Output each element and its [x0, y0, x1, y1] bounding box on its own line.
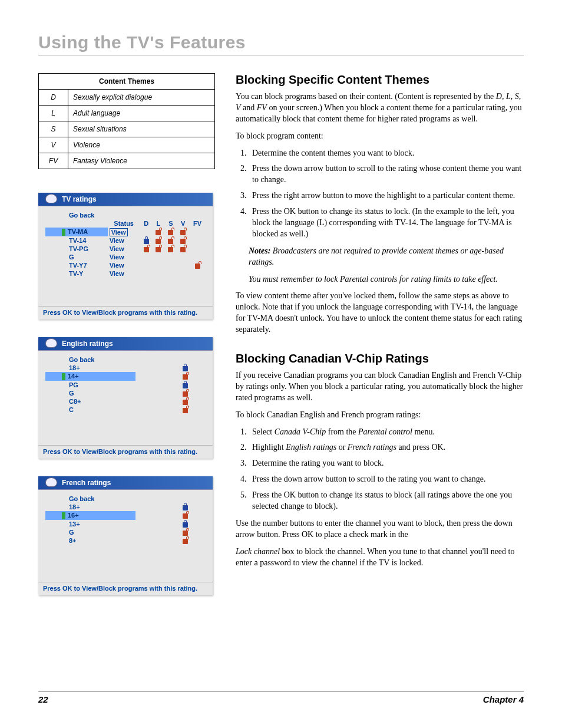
rating-name[interactable]: 8+ [45, 536, 135, 545]
rating-name[interactable]: C [45, 406, 135, 414]
theme-cell[interactable] [153, 269, 165, 278]
section2-p4: Lock channel box to block the channel. W… [236, 546, 524, 569]
theme-cell[interactable] [140, 253, 153, 261]
theme-cell[interactable] [177, 269, 189, 278]
theme-cell[interactable] [189, 269, 206, 278]
rating-name[interactable]: G [45, 389, 135, 397]
go-back[interactable]: Go back [45, 211, 206, 219]
ct-code: D [39, 90, 68, 106]
theme-cell[interactable] [140, 228, 153, 236]
theme-cell[interactable] [164, 236, 177, 245]
lock-cell[interactable] [135, 397, 206, 406]
step: Select Canada V-Chip from the Parental c… [249, 427, 524, 438]
rating-name[interactable]: G [45, 253, 108, 261]
menu-title: English ratings [38, 337, 213, 351]
ct-label: Fantasy Violence [68, 153, 215, 169]
menu-footer: Press OK to View/Block programs with thi… [38, 306, 213, 319]
theme-cell[interactable] [153, 253, 165, 261]
col-fv: FV [189, 219, 206, 228]
rating-name[interactable]: 16+ [45, 511, 135, 520]
unlock-icon [183, 408, 188, 413]
theme-cell[interactable] [140, 245, 153, 253]
step: Determine the content themes you want to… [249, 148, 524, 159]
status-cell[interactable]: View [108, 253, 140, 261]
theme-cell[interactable] [189, 261, 206, 269]
menu-footer: Press OK to View/Block programs with thi… [38, 582, 213, 595]
lock-cell[interactable] [135, 520, 206, 528]
unlock-icon [168, 247, 173, 252]
lock-cell[interactable] [135, 528, 206, 536]
rating-name[interactable]: TV-MA [45, 228, 108, 236]
theme-cell[interactable] [153, 245, 165, 253]
theme-cell[interactable] [164, 228, 177, 236]
status-cell[interactable]: View [108, 269, 140, 278]
lock-cell[interactable] [135, 503, 206, 511]
unlock-icon [168, 239, 173, 244]
status-cell[interactable]: View [108, 236, 140, 245]
theme-cell[interactable] [177, 253, 189, 261]
rating-name[interactable]: PG [45, 381, 135, 389]
lock-cell[interactable] [135, 364, 206, 372]
theme-cell[interactable] [177, 261, 189, 269]
status-cell[interactable]: View [108, 261, 140, 269]
lock-icon [183, 505, 188, 510]
status-cell[interactable]: View [108, 228, 140, 236]
rating-name[interactable]: TV-PG [45, 245, 108, 253]
theme-cell[interactable] [140, 269, 153, 278]
ct-label: Sexual situations [68, 121, 215, 137]
french-ratings-menu: French ratings Go back 18+16+13+G8+ Pres… [38, 476, 213, 595]
ct-label: Adult language [68, 106, 215, 121]
theme-cell[interactable] [153, 228, 165, 236]
lock-cell[interactable] [135, 372, 206, 381]
lock-cell[interactable] [135, 536, 206, 545]
rating-name[interactable]: C8+ [45, 397, 135, 406]
lock-cell[interactable] [135, 389, 206, 397]
rating-name[interactable]: TV-Y7 [45, 261, 108, 269]
theme-cell[interactable] [177, 245, 189, 253]
theme-cell[interactable] [177, 228, 189, 236]
theme-cell[interactable] [189, 236, 206, 245]
theme-cell[interactable] [164, 245, 177, 253]
section2-heading: Blocking Canadian V-Chip Ratings [236, 352, 524, 365]
unlock-icon [180, 239, 186, 244]
status-cell[interactable]: View [108, 245, 140, 253]
rating-name[interactable]: 18+ [45, 364, 135, 372]
unlock-icon [183, 374, 188, 380]
ct-code: L [39, 106, 68, 121]
english-ratings-menu: English ratings Go back 18+14+PGGC8+C Pr… [38, 337, 213, 459]
theme-cell[interactable] [153, 261, 165, 269]
col-d: D [140, 219, 153, 228]
step: Highlight English ratings or French rati… [249, 442, 524, 453]
theme-cell[interactable] [189, 228, 206, 236]
theme-cell[interactable] [140, 261, 153, 269]
lock-icon [183, 522, 188, 528]
lock-cell[interactable] [135, 511, 206, 520]
theme-cell[interactable] [153, 236, 165, 245]
rating-name[interactable]: TV-14 [45, 236, 108, 245]
lock-cell[interactable] [135, 381, 206, 389]
content-themes-title: Content Themes [39, 74, 215, 90]
section1-p1: You can block programs based on their co… [236, 91, 524, 125]
theme-cell[interactable] [189, 245, 206, 253]
lock-cell[interactable] [135, 406, 206, 414]
section2-steps: Select Canada V-Chip from the Parental c… [249, 427, 524, 512]
rating-name[interactable]: 18+ [45, 503, 135, 511]
content-themes-table: Content Themes DSexually explicit dialog… [38, 73, 215, 169]
rating-name[interactable]: G [45, 528, 135, 536]
rating-name[interactable]: 13+ [45, 520, 135, 528]
chapter-label: Chapter 4 [483, 694, 524, 704]
section2-p2: To block Canadian English and French pro… [236, 410, 524, 421]
theme-cell[interactable] [177, 236, 189, 245]
rating-name[interactable]: TV-Y [45, 269, 108, 278]
col-status: Status [108, 219, 140, 228]
theme-cell[interactable] [140, 236, 153, 245]
theme-cell[interactable] [189, 253, 206, 261]
theme-cell[interactable] [164, 253, 177, 261]
theme-cell[interactable] [164, 269, 177, 278]
page-header-title: Using the TV's Features [38, 32, 524, 55]
rating-name[interactable]: 14+ [45, 372, 135, 381]
theme-cell[interactable] [164, 261, 177, 269]
go-back[interactable]: Go back [45, 355, 206, 364]
tv-ratings-grid: Go back Status D L S V FV TV-MAViewTV-14… [45, 211, 206, 278]
go-back[interactable]: Go back [45, 495, 206, 503]
